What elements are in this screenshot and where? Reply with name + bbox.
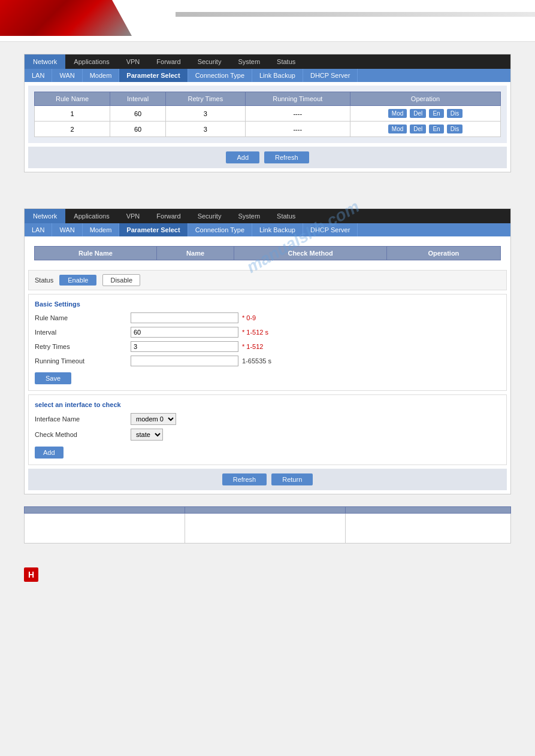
refresh-button-1[interactable]: Refresh: [264, 151, 309, 163]
save-button[interactable]: Save: [35, 372, 71, 384]
sub-nav-lan[interactable]: LAN: [25, 69, 52, 82]
status-enable-button[interactable]: Enable: [59, 275, 96, 286]
header: [0, 0, 535, 42]
retry-times-hint: * 1-512: [242, 343, 263, 350]
rule-name-input[interactable]: [131, 312, 238, 323]
row2-en-button[interactable]: En: [429, 125, 443, 133]
nav-item-2-vpn[interactable]: VPN: [118, 209, 149, 223]
status-bar: Status Enable Disable: [28, 270, 507, 290]
col-operation: Operation: [350, 92, 500, 106]
bottom-cell-2: [185, 514, 345, 544]
col-interval: Interval: [110, 92, 166, 106]
row1-interval: 60: [110, 106, 166, 122]
rule-name-label: Rule Name: [35, 314, 131, 321]
row2-ops: Mod Del En Dis: [350, 122, 500, 137]
add-button[interactable]: Add: [226, 151, 259, 163]
running-timeout-label: Running Timeout: [35, 357, 131, 365]
status-label: Status: [35, 277, 53, 284]
row2-rule: 2: [35, 122, 110, 137]
basic-settings-section: Basic Settings Rule Name * 0-9 Interval …: [28, 294, 507, 391]
nav-item-security[interactable]: Security: [189, 54, 230, 69]
rule-col-name: Name: [156, 247, 234, 260]
check-method-label: Check Method: [35, 431, 131, 438]
check-method-row: Check Method state ping: [35, 429, 500, 441]
row2-retry: 3: [166, 122, 246, 137]
interval-hint: * 1-512 s: [242, 329, 268, 336]
row2-del-button[interactable]: Del: [410, 125, 426, 133]
row1-ops: Mod Del En Dis: [350, 106, 500, 122]
sub-nav-connection-type[interactable]: Connection Type: [188, 69, 252, 82]
sub-nav-modem[interactable]: Modem: [83, 69, 120, 82]
bottom-col-1: [25, 507, 185, 514]
return-button[interactable]: Return: [271, 473, 313, 485]
nav-item-2-security[interactable]: Security: [189, 209, 230, 223]
interface-add-button[interactable]: Add: [35, 447, 64, 459]
row1-retry: 3: [166, 106, 246, 122]
footer: H: [0, 561, 535, 588]
interface-name-select[interactable]: modem 0 modem 1: [131, 413, 176, 425]
sub-nav-2-link-backup[interactable]: Link Backup: [252, 223, 303, 236]
bottom-table-row: [25, 514, 511, 544]
sub-nav-2-modem[interactable]: Modem: [83, 223, 120, 236]
sub-nav-2-connection-type[interactable]: Connection Type: [188, 223, 252, 236]
row1-del-button[interactable]: Del: [410, 109, 426, 118]
bottom-cell-1: [25, 514, 185, 544]
row1-timeout: ----: [245, 106, 350, 122]
nav-item-applications[interactable]: Applications: [65, 54, 117, 69]
rule-table-section: Rule Name Name Check Method Operation: [28, 239, 507, 268]
retry-times-label: Retry Times: [35, 343, 131, 350]
interval-input[interactable]: [131, 327, 238, 338]
sub-nav-parameter-select[interactable]: Parameter Select: [119, 69, 188, 82]
rule-name-hint: * 0-9: [242, 314, 256, 321]
retry-times-row: Retry Times * 1-512: [35, 341, 500, 352]
sub-nav-2-wan[interactable]: WAN: [52, 223, 82, 236]
nav-item-2-applications[interactable]: Applications: [65, 209, 117, 223]
data-table-1: Rule Name Interval Retry Times Running T…: [34, 92, 501, 137]
col-retry-times: Retry Times: [166, 92, 246, 106]
panel-1: Network Applications VPN Forward Securit…: [24, 54, 511, 172]
nav-bar-1: Network Applications VPN Forward Securit…: [25, 54, 510, 69]
sub-nav-2-parameter-select[interactable]: Parameter Select: [119, 223, 188, 236]
row2-mod-button[interactable]: Mod: [388, 125, 407, 133]
retry-times-input[interactable]: [131, 341, 238, 352]
sub-nav-bar-1: LAN WAN Modem Parameter Select Connectio…: [25, 69, 510, 82]
bottom-table: [24, 506, 511, 544]
nav-item-2-forward[interactable]: Forward: [148, 209, 189, 223]
interval-label: Interval: [35, 329, 131, 336]
running-timeout-row: Running Timeout 1-65535 s: [35, 356, 500, 366]
sub-nav-wan[interactable]: WAN: [52, 69, 82, 82]
sub-nav-link-backup[interactable]: Link Backup: [252, 69, 303, 82]
spacer-1: [24, 184, 511, 208]
header-decoration: [176, 12, 535, 17]
bottom-col-3: [345, 507, 510, 514]
nav-item-status[interactable]: Status: [268, 54, 304, 69]
row2-dis-button[interactable]: Dis: [447, 125, 463, 133]
nav-item-2-network[interactable]: Network: [25, 209, 65, 223]
bottom-col-2: [185, 507, 345, 514]
sub-nav-2-lan[interactable]: LAN: [25, 223, 52, 236]
refresh-button-2[interactable]: Refresh: [222, 473, 267, 485]
basic-settings-title: Basic Settings: [35, 300, 500, 308]
nav-item-forward[interactable]: Forward: [148, 54, 189, 69]
nav-item-2-system[interactable]: System: [229, 209, 268, 223]
running-timeout-input[interactable]: [131, 356, 238, 366]
col-running-timeout: Running Timeout: [245, 92, 350, 106]
interval-row: Interval * 1-512 s: [35, 327, 500, 338]
nav-item-vpn[interactable]: VPN: [118, 54, 149, 69]
check-method-select[interactable]: state ping: [131, 429, 163, 441]
sub-nav-dhcp-server[interactable]: DHCP Server: [303, 69, 358, 82]
nav-item-system[interactable]: System: [229, 54, 268, 69]
row1-mod-button[interactable]: Mod: [388, 109, 407, 118]
table-row: 1 60 3 ---- Mod Del En Dis: [35, 106, 501, 122]
row1-en-button[interactable]: En: [429, 109, 443, 118]
table-row: 2 60 3 ---- Mod Del En Dis: [35, 122, 501, 137]
row1-dis-button[interactable]: Dis: [447, 109, 463, 118]
status-disable-button[interactable]: Disable: [102, 274, 140, 286]
panel-2: Network Applications VPN Forward Securit…: [24, 208, 511, 494]
nav-item-2-status[interactable]: Status: [268, 209, 304, 223]
main-content: manualslib.com Network Applications VPN …: [0, 42, 535, 561]
sub-nav-2-dhcp-server[interactable]: DHCP Server: [303, 223, 358, 236]
nav-item-network[interactable]: Network: [25, 54, 65, 69]
row2-timeout: ----: [245, 122, 350, 137]
col-rule-name: Rule Name: [35, 92, 110, 106]
